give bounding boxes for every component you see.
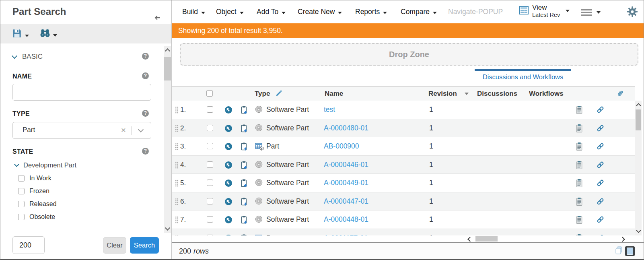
scroll-down-icon[interactable]: [165, 225, 170, 231]
discussions-clipboard-icon[interactable]: [575, 178, 583, 189]
table-row[interactable]: 2. Software Part A-0000480-01 1: [172, 119, 635, 138]
in-work-checkbox[interactable]: [18, 175, 25, 182]
clear-type-icon[interactable]: ×: [121, 125, 126, 135]
type-select[interactable]: Part ×: [12, 122, 151, 139]
obsolete-checkbox[interactable]: [18, 214, 25, 220]
table-row[interactable]: 1. Software Part test 1: [172, 101, 635, 119]
add-to-clipboard-icon[interactable]: [240, 124, 248, 135]
state-group-toggle[interactable]: Development Part: [15, 161, 76, 169]
add-to-clipboard-icon[interactable]: [240, 197, 248, 208]
name-help-icon[interactable]: ?: [142, 72, 149, 79]
row-name-link[interactable]: A-0000480-01: [324, 119, 368, 138]
row-checkbox[interactable]: [207, 216, 213, 223]
drag-handle-icon[interactable]: [175, 125, 179, 132]
search-button[interactable]: Search: [130, 237, 159, 254]
row-checkbox[interactable]: [207, 180, 213, 186]
basic-help-icon[interactable]: ?: [142, 53, 149, 60]
goto-item-icon[interactable]: [224, 198, 232, 207]
row-name-link[interactable]: A-0000447-01: [324, 192, 368, 211]
menu-create-new[interactable]: Create New: [298, 0, 342, 23]
add-to-clipboard-icon[interactable]: [240, 160, 248, 171]
drag-handle-icon[interactable]: [175, 106, 179, 113]
table-row[interactable]: 3. Part AB-000900 1: [172, 137, 635, 156]
settings-gear-icon[interactable]: [626, 6, 638, 19]
name-input[interactable]: [12, 84, 151, 101]
table-row[interactable]: 5. Software Part A-0000449-01 1: [172, 174, 635, 192]
state-help-icon[interactable]: ?: [142, 148, 149, 155]
saved-searches-button[interactable]: [40, 28, 57, 39]
workflows-link-icon[interactable]: [596, 215, 605, 225]
discussions-clipboard-icon[interactable]: [575, 142, 583, 153]
single-pane-view-icon[interactable]: [625, 246, 635, 256]
workflows-link-icon[interactable]: [596, 142, 605, 152]
state-option-obsolete[interactable]: Obsolete: [18, 213, 55, 221]
add-to-clipboard-icon[interactable]: [240, 178, 248, 190]
row-checkbox[interactable]: [207, 125, 213, 131]
state-option-frozen[interactable]: Frozen: [18, 188, 49, 195]
released-checkbox[interactable]: [18, 201, 25, 207]
chevron-down-icon[interactable]: [138, 127, 144, 132]
discussions-clipboard-icon[interactable]: [575, 160, 583, 171]
scroll-down-icon[interactable]: [636, 228, 641, 233]
goto-item-icon[interactable]: [224, 106, 232, 116]
menu-object[interactable]: Object: [216, 0, 244, 23]
table-row[interactable]: 4. Software Part A-0000446-01 1: [172, 156, 635, 174]
row-checkbox[interactable]: [207, 143, 213, 149]
table-row[interactable]: 8. Part A-0001177-01 1: [172, 229, 635, 236]
select-all-checkbox[interactable]: [206, 90, 213, 97]
discussions-clipboard-icon[interactable]: [575, 105, 583, 116]
add-to-clipboard-icon[interactable]: [240, 142, 248, 153]
column-header-workflows[interactable]: Workflows: [529, 87, 564, 101]
paperclip-icon[interactable]: [616, 89, 625, 99]
workflows-link-icon[interactable]: [596, 179, 605, 189]
row-checkbox[interactable]: [207, 198, 213, 204]
row-name-link[interactable]: A-0000446-01: [324, 156, 368, 174]
add-to-clipboard-icon[interactable]: [240, 215, 248, 226]
workflows-link-icon[interactable]: [596, 161, 605, 171]
drop-zone[interactable]: Drop Zone: [180, 43, 638, 66]
drag-handle-icon[interactable]: [175, 216, 179, 223]
row-checkbox[interactable]: [207, 106, 213, 113]
collapse-sidebar-icon[interactable]: [154, 14, 161, 23]
column-header-type[interactable]: Type: [255, 87, 270, 101]
discussions-clipboard-icon[interactable]: [575, 215, 583, 226]
results-vertical-scrollbar[interactable]: [635, 101, 642, 235]
row-name-link[interactable]: A-0000449-01: [324, 174, 368, 192]
workflows-link-icon[interactable]: [596, 124, 605, 134]
row-name-link[interactable]: AB-000900: [324, 137, 359, 156]
scrollbar-thumb[interactable]: [475, 236, 498, 241]
goto-item-icon[interactable]: [224, 142, 232, 152]
more-actions-button[interactable]: [581, 9, 592, 17]
goto-item-icon[interactable]: [224, 124, 232, 134]
menu-compare[interactable]: Compare: [401, 0, 437, 23]
scroll-up-icon[interactable]: [636, 103, 641, 108]
state-option-in-work[interactable]: In Work: [18, 175, 51, 182]
results-horizontal-scrollbar[interactable]: [467, 235, 626, 242]
row-name-link[interactable]: test: [324, 101, 335, 119]
drag-handle-icon[interactable]: [175, 198, 179, 205]
discussions-clipboard-icon[interactable]: [575, 124, 583, 134]
menu-build[interactable]: Build: [182, 0, 205, 23]
state-option-released[interactable]: Released: [18, 200, 57, 208]
discussions-clipboard-icon[interactable]: [575, 197, 583, 208]
workflows-link-icon[interactable]: [596, 197, 605, 207]
drag-handle-icon[interactable]: [175, 143, 179, 150]
clear-button[interactable]: Clear: [103, 237, 126, 254]
column-header-revision[interactable]: Revision: [428, 87, 457, 101]
scroll-right-icon[interactable]: [620, 237, 625, 242]
save-search-button[interactable]: [12, 28, 29, 40]
goto-item-icon[interactable]: [224, 179, 232, 189]
row-name-link[interactable]: A-0001177-01: [324, 229, 368, 236]
table-row[interactable]: 6. Software Part A-0000447-01 1: [172, 192, 635, 211]
table-row[interactable]: 7. Software Part A-0000448-01 1: [172, 210, 635, 229]
basic-section-header[interactable]: BASIC: [12, 53, 43, 61]
scroll-left-icon[interactable]: [467, 237, 473, 242]
sidebar-scrollbar[interactable]: [164, 46, 171, 233]
multi-pane-view-icon[interactable]: [615, 246, 623, 256]
edit-pencil-icon[interactable]: [276, 90, 282, 98]
scrollbar-thumb[interactable]: [164, 57, 171, 80]
drag-handle-icon[interactable]: [175, 180, 179, 187]
workflows-link-icon[interactable]: [596, 105, 605, 116]
menu-add-to[interactable]: Add To: [257, 0, 286, 23]
tab-discussions-and-workflows[interactable]: Discussions and Workflows: [475, 69, 571, 81]
